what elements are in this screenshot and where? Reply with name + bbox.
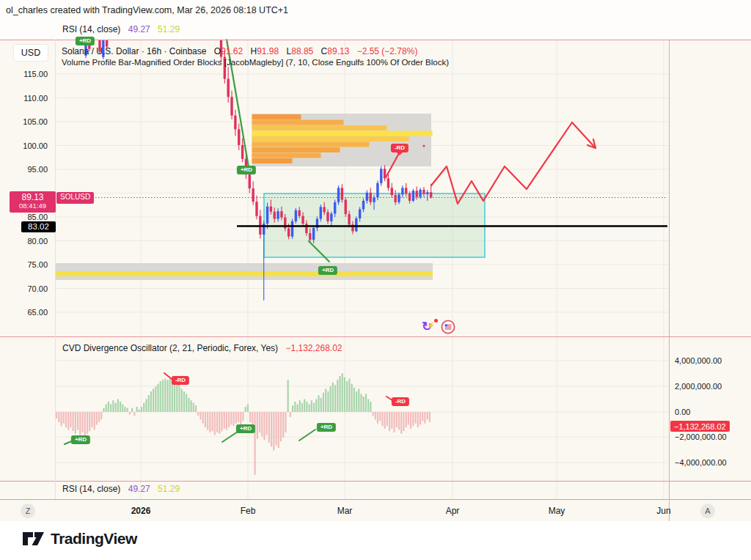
open-value: 91.62	[221, 46, 243, 56]
rsi-value-1: 49.27	[128, 484, 150, 494]
notification-dot	[434, 319, 438, 323]
cvd-scale[interactable]: 4,000,000.002,000,000.000.00−2,000,000.0…	[669, 336, 751, 481]
marker-dot	[422, 144, 425, 147]
tradingview-chart-export: ol_charles created with TradingView.com,…	[0, 0, 751, 560]
time-tick-label: Mar	[337, 506, 353, 516]
cvd-value-label: −1,132,268.02	[670, 421, 730, 432]
symbol-title: Solana / U.S. Dollar · 16h · Coinbase	[62, 46, 206, 56]
rsi-value-2: 51.29	[158, 484, 180, 494]
cvd-tick-label: 2,000,000.00	[675, 382, 722, 391]
line-price-label: 83.02	[21, 221, 56, 232]
price-tick-label: 115.00	[23, 70, 48, 78]
close-value: 89.13	[327, 46, 349, 56]
attribution-text: ol_charles created with TradingView.com,…	[6, 5, 288, 15]
close-label: C	[321, 46, 328, 56]
divergence-label: +RD	[71, 435, 90, 444]
symbol-legend: Solana / U.S. Dollar · 16h · Coinbase O9…	[62, 46, 417, 56]
indicator-legend: Volume Profile Bar-Magnified Order Block…	[62, 58, 449, 67]
price-tick-label: 95.00	[27, 165, 48, 174]
left-axis-border	[55, 40, 56, 499]
projection-path[interactable]	[431, 122, 596, 204]
divergence-label: +RD	[76, 37, 95, 45]
price-tick-label: 65.00	[27, 308, 48, 317]
cvd-tick-label: 4,000,000.00	[675, 356, 722, 365]
cvd-value: −1,132,268.02	[285, 343, 342, 353]
rsi-label: RSI (14, close)	[62, 24, 120, 34]
pane-separator[interactable]	[0, 481, 751, 482]
symbol-price-tag: SOLUSD	[56, 192, 94, 204]
economic-events-icon[interactable]: ↻ ⚡	[422, 319, 438, 335]
high-label: H	[251, 46, 257, 56]
us-flag-icon[interactable]	[441, 320, 455, 334]
countdown-timer: 08:41:49	[10, 202, 56, 210]
rsi-legend-bottom: RSI (14, close) 49.27 51.29	[62, 484, 180, 494]
time-tick-label: Jun	[656, 506, 670, 516]
pane-separator[interactable]	[0, 40, 751, 40]
rsi-value-2: 51.29	[158, 24, 180, 34]
tradingview-logo-text: TradingView	[51, 530, 137, 548]
change-value: −2.55 (−2.78%)	[357, 46, 418, 56]
cvd-tick-label: −2,000,000.00	[675, 432, 727, 441]
divergence-label: -RD	[391, 144, 409, 152]
time-scale[interactable]: 2026FebMarAprMayJun	[0, 499, 751, 521]
tradingview-logo-mark	[22, 531, 45, 547]
divergence-label: +RD	[317, 423, 336, 432]
price-scale[interactable]: 115.00110.00105.00100.0095.0085.0080.007…	[0, 40, 55, 336]
open-label: O	[214, 46, 221, 56]
price-tick-label: 70.00	[27, 284, 48, 293]
time-tick-label: Feb	[241, 506, 256, 516]
rsi-legend-top: RSI (14, close) 49.27 51.29	[62, 24, 180, 34]
last-price-label: 89.13 08:41:49	[10, 191, 56, 213]
time-tick-label: 2026	[131, 506, 151, 516]
price-tick-label: 105.00	[23, 117, 48, 126]
candlestick-series	[84, 40, 432, 301]
cvd-legend: CVD Divergence Oscillator (2, 21, Period…	[62, 343, 342, 353]
divergence-label: +RD	[237, 166, 256, 174]
divergence-label: -RD	[392, 397, 409, 406]
tradingview-logo: TradingView	[22, 530, 137, 548]
chart-canvas	[0, 0, 751, 560]
rsi-value-1: 49.27	[128, 24, 150, 34]
low-value: 88.85	[291, 46, 313, 56]
scroll-left-button[interactable]: Z	[21, 504, 35, 518]
time-tick-label: May	[549, 506, 565, 516]
divergence-label: +RD	[318, 266, 337, 275]
cvd-label: CVD Divergence Oscillator (2, 21, Period…	[62, 343, 278, 353]
divergence-label: -RD	[172, 376, 189, 385]
price-tick-label: 100.00	[23, 141, 48, 150]
high-value: 91.98	[257, 46, 279, 56]
lightning-icon: ⚡	[427, 322, 435, 329]
cvd-tick-label: −4,000,000.00	[675, 458, 727, 467]
price-tick-label: 80.00	[27, 237, 48, 246]
rsi-label: RSI (14, close)	[62, 484, 120, 494]
time-tick-label: Apr	[446, 506, 460, 516]
scroll-right-button[interactable]: A	[700, 504, 715, 518]
divergence-label: +RD	[236, 424, 255, 433]
price-tick-label: 110.00	[23, 94, 48, 103]
price-tick-label: 85.00	[27, 213, 48, 221]
cvd-tick-label: 0.00	[675, 408, 690, 416]
pane-separator[interactable]	[0, 336, 751, 337]
price-tick-label: 75.00	[27, 260, 48, 269]
